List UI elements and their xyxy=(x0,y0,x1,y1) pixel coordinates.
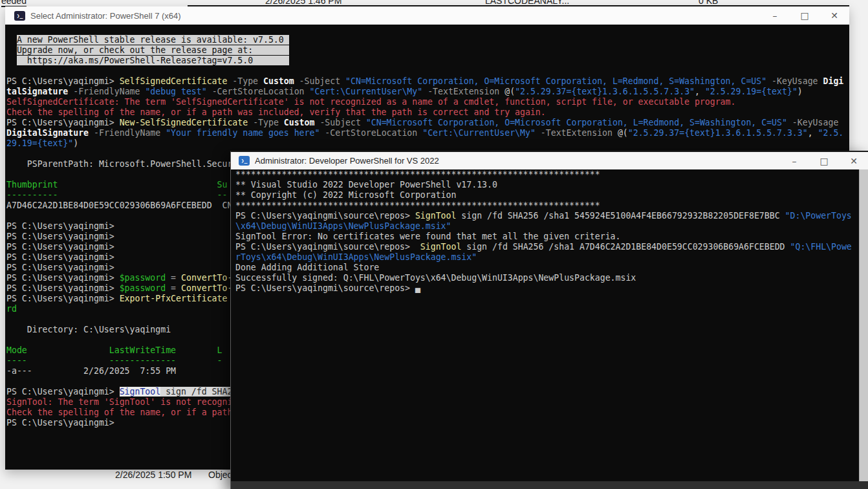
window2-terminal-content[interactable]: ****************************************… xyxy=(231,169,868,481)
vertical-scrollbar[interactable] xyxy=(859,169,868,481)
terminal-line: PS C:\Users\yaqingmi> New-SelfSignedCert… xyxy=(6,118,849,128)
terminal-line: Done Adding Additional Store xyxy=(235,263,868,273)
terminal-line: 29.19={text}") xyxy=(6,138,849,149)
window1-title-bar[interactable]: ❯_ Select Administrator: PowerShell 7 (x… xyxy=(5,6,849,25)
terminal-line: ****************************************… xyxy=(235,169,868,180)
window-developer-powershell: ❯_ Administrator: Developer PowerShell f… xyxy=(230,151,868,489)
window2-title-bar[interactable]: ❯_ Administrator: Developer PowerShell f… xyxy=(231,152,868,169)
terminal-line: SignTool Error: No certificates were fou… xyxy=(235,232,868,242)
maximize-button[interactable]: □ xyxy=(809,152,839,169)
terminal-line: A new PowerShell stable release is avail… xyxy=(6,35,849,45)
explorer-bottom-date: 2/26/2025 1:50 PM xyxy=(115,470,191,480)
terminal-line xyxy=(6,25,849,35)
close-button[interactable]: ✕ xyxy=(839,152,868,169)
terminal-line: PS C:\Users\yaqingmi> SelfSignedCertific… xyxy=(6,76,849,87)
window1-title: Select Administrator: PowerShell 7 (x64) xyxy=(30,11,760,21)
terminal-line: Upgrade now, or check out the release pa… xyxy=(6,45,849,56)
window2-controls: – □ ✕ xyxy=(779,152,868,169)
terminal-line: https://aka.ms/PowerShell-Release?tag=v7… xyxy=(6,56,849,66)
close-button[interactable]: ✕ xyxy=(819,6,849,25)
screen: { "desktop": { "top_row": [ {"text": "ee… xyxy=(0,0,868,489)
minimize-button[interactable]: – xyxy=(779,152,809,169)
terminal-line: rToys\x64\Debug\WinUI3Apps\NewPlusPackag… xyxy=(235,252,868,263)
terminal-line: ** Visual Studio 2022 Developer PowerShe… xyxy=(235,180,868,190)
terminal-line: talSignature -FriendlyName "debug test" … xyxy=(6,87,849,97)
terminal-line: ** Copyright (c) 2022 Microsoft Corporat… xyxy=(235,190,868,201)
terminal-line: Check the spelling of the name, or if a … xyxy=(6,107,849,118)
terminal-line: ****************************************… xyxy=(235,201,868,211)
powershell-icon: ❯_ xyxy=(14,11,25,21)
terminal-line: DigitalSignature -FriendlyName "Your fri… xyxy=(6,128,849,138)
window1-controls: – □ ✕ xyxy=(760,6,849,25)
window2-title: Administrator: Developer PowerShell for … xyxy=(255,156,779,166)
terminal-line: SelfSignedCertificate: The term 'SelfSig… xyxy=(6,97,849,107)
minimize-button[interactable]: – xyxy=(760,6,790,25)
maximize-button[interactable]: □ xyxy=(790,6,819,25)
terminal-line: PS C:\Users\yaqingmi\source\repos> ▄ xyxy=(235,283,868,294)
terminal-line: Successfully signed: Q:\FHL\PowerToys\x6… xyxy=(235,273,868,283)
terminal-line: \x64\Debug\WinUI3Apps\NewPlusPackage.msi… xyxy=(235,221,868,232)
window2-bottom-border xyxy=(231,481,868,489)
terminal-line: PS C:\Users\yaqingmi\source\repos> SignT… xyxy=(235,211,868,221)
terminal-line: PS C:\Users\yaqingmi\source\repos> SignT… xyxy=(235,242,868,252)
powershell-icon: ❯_ xyxy=(239,156,250,166)
terminal-line xyxy=(6,66,849,76)
